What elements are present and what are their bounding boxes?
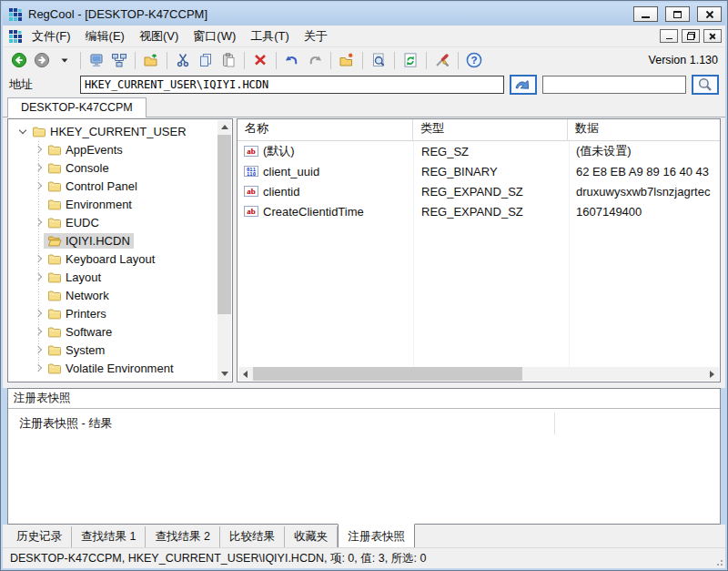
- column-header-[interactable]: 数据: [568, 119, 720, 140]
- chevron-right-icon[interactable]: [33, 365, 44, 371]
- maximize-button[interactable]: [665, 6, 690, 22]
- paste-icon[interactable]: [217, 49, 239, 71]
- list-horizontal-scrollbar[interactable]: [238, 367, 719, 381]
- new-key-icon[interactable]: [336, 49, 358, 71]
- session-tab-desktop-k47ccpm[interactable]: DESKTOP-K47CCPM: [7, 97, 147, 117]
- minimize-button[interactable]: [633, 6, 658, 22]
- folder-icon: [47, 144, 62, 156]
- chevron-down-icon[interactable]: [17, 130, 28, 133]
- tree-item-eudc[interactable]: EUDC: [8, 213, 232, 231]
- column-header-[interactable]: 类型: [413, 119, 568, 140]
- bottom-tab-1[interactable]: 查找结果 1: [72, 526, 146, 549]
- minimize-icon: [642, 11, 650, 18]
- computer-icon[interactable]: [86, 49, 107, 71]
- mdi-restore-button[interactable]: [682, 29, 700, 43]
- scroll-right-arrow[interactable]: [705, 367, 719, 381]
- statusbar: DESKTOP-K47CCPM, HKEY_CURRENT_USER\IQIYI…: [3, 547, 725, 568]
- chevron-right-icon[interactable]: [33, 219, 44, 225]
- tree-item-printers[interactable]: Printers: [8, 304, 232, 322]
- svg-text:ab: ab: [247, 147, 256, 156]
- snapshot-result-item[interactable]: 注册表快照 - 结果: [8, 409, 720, 432]
- search-button[interactable]: [692, 75, 719, 95]
- chevron-right-icon[interactable]: [33, 183, 44, 189]
- menu-item-w[interactable]: 窗口(W): [186, 26, 243, 46]
- mdi-minimize-button[interactable]: [660, 29, 678, 43]
- value-name-cell: ab(默认): [238, 143, 413, 159]
- value-row-client-uuid[interactable]: 011110client_uuidREG_BINARY62 E8 EB A9 8…: [238, 161, 720, 181]
- bottom-tab-strip: 历史记录查找结果 1查找结果 2比较结果收藏夹注册表快照: [3, 525, 725, 547]
- folder-icon: [47, 326, 62, 338]
- tree-item-label: IQIYI.HCDN: [66, 234, 130, 248]
- tree-item-layout[interactable]: Layout: [8, 268, 232, 286]
- tree-item-content: System: [44, 342, 108, 358]
- chevron-right-icon[interactable]: [33, 329, 44, 334]
- refresh-icon[interactable]: [399, 49, 421, 71]
- tree-item-label: Printers: [66, 307, 106, 321]
- history-dropdown-icon[interactable]: [54, 49, 76, 71]
- tree-item-label: System: [66, 343, 105, 357]
- network-icon[interactable]: [108, 49, 130, 71]
- chevron-right-icon[interactable]: [33, 274, 44, 280]
- menu-item-e[interactable]: 编辑(E): [78, 26, 132, 46]
- bottom-tab-[interactable]: 注册表快照: [338, 524, 415, 549]
- tree-item-environment[interactable]: Environment: [8, 195, 232, 213]
- value-row-[interactable]: ab(默认)REG_SZ(值未设置): [238, 141, 720, 161]
- value-row-clientid[interactable]: abclientidREG_EXPAND_SZdruxuwysxwb7lsnzj…: [238, 181, 720, 201]
- redo-icon[interactable]: [304, 49, 326, 71]
- value-row-createclientidtime[interactable]: abCreateClientidTimeREG_EXPAND_SZ1607149…: [238, 201, 720, 221]
- scroll-down-arrow[interactable]: [217, 367, 231, 381]
- scroll-thumb[interactable]: [217, 135, 231, 314]
- bottom-tab-[interactable]: 收藏夹: [285, 526, 339, 549]
- tree-item-control-panel[interactable]: Control Panel: [8, 177, 232, 195]
- menu-item-t[interactable]: 工具(T): [243, 26, 297, 46]
- snapshot-column-header[interactable]: 注册表快照: [8, 389, 720, 409]
- mdi-close-button[interactable]: [703, 29, 722, 43]
- toolbar: ? Version 1.130: [3, 47, 725, 73]
- folder-icon: [47, 199, 62, 210]
- help-icon[interactable]: ?: [463, 49, 485, 71]
- column-header-[interactable]: 名称: [238, 119, 413, 140]
- chevron-right-icon[interactable]: [33, 165, 44, 170]
- tree-item-label: Keyboard Layout: [66, 252, 155, 266]
- scroll-thumb[interactable]: [253, 367, 522, 381]
- forward-icon[interactable]: [31, 49, 53, 71]
- bottom-tab-[interactable]: 比较结果: [220, 526, 285, 549]
- bottom-tab-2[interactable]: 查找结果 2: [146, 526, 219, 549]
- menu-item-[interactable]: 关于: [297, 26, 335, 46]
- scroll-left-arrow[interactable]: [238, 367, 252, 381]
- go-button[interactable]: [510, 75, 537, 95]
- tree-item-hkey-current-user[interactable]: HKEY_CURRENT_USER: [8, 122, 232, 140]
- options-icon[interactable]: [431, 49, 453, 71]
- tree-item-system[interactable]: System: [8, 341, 232, 359]
- chevron-right-icon[interactable]: [33, 147, 44, 152]
- undo-icon[interactable]: [281, 49, 303, 71]
- value-type: REG_SZ: [413, 145, 568, 158]
- address-input[interactable]: [80, 76, 504, 94]
- back-icon[interactable]: [8, 49, 30, 71]
- chevron-right-icon[interactable]: [33, 347, 44, 352]
- tree-item-volatile-environment[interactable]: Volatile Environment: [8, 359, 232, 377]
- copy-icon[interactable]: [195, 49, 217, 71]
- menu-item-f[interactable]: 文件(F): [25, 26, 78, 46]
- resize-grip-icon[interactable]: [721, 564, 723, 566]
- tree-item-appevents[interactable]: AppEvents: [8, 140, 232, 158]
- chevron-right-icon[interactable]: [33, 256, 44, 261]
- tree-item-iqiyi-hcdn[interactable]: IQIYI.HCDN: [8, 231, 232, 250]
- search-input[interactable]: [542, 76, 686, 94]
- cut-icon[interactable]: [172, 49, 194, 71]
- find-icon[interactable]: [368, 49, 389, 71]
- toolbar-separator: [244, 52, 245, 69]
- tree-item-console[interactable]: Console: [8, 158, 232, 177]
- close-button[interactable]: [697, 6, 722, 22]
- menu-item-v[interactable]: 视图(V): [132, 26, 186, 46]
- tree-item-keyboard-layout[interactable]: Keyboard Layout: [8, 250, 232, 268]
- bottom-tab-[interactable]: 历史记录: [7, 526, 72, 549]
- scroll-up-arrow[interactable]: [217, 120, 231, 134]
- tree-item-software[interactable]: Software: [8, 322, 232, 341]
- delete-icon[interactable]: [249, 49, 271, 71]
- chevron-right-icon[interactable]: [33, 311, 44, 316]
- load-hive-icon[interactable]: [140, 49, 162, 71]
- tree-item-label: HKEY_CURRENT_USER: [50, 125, 187, 138]
- tree-vertical-scrollbar[interactable]: [217, 120, 231, 381]
- tree-item-network[interactable]: Network: [8, 286, 232, 304]
